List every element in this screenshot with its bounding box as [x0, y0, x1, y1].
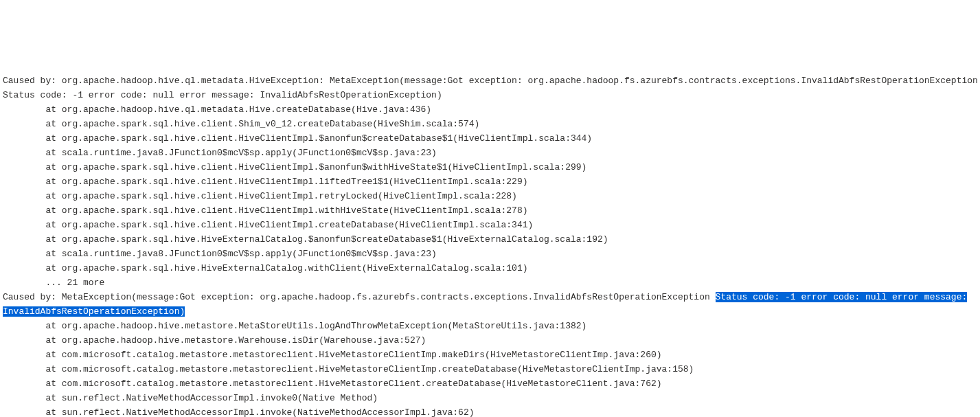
stack-frame: at scala.runtime.java8.JFunction0$mcV$sp… [3, 148, 437, 158]
stack-frame: at org.apache.hadoop.hive.metastore.Ware… [3, 335, 426, 346]
causedby-line-1a: Caused by: org.apache.hadoop.hive.ql.met… [3, 76, 978, 86]
stack-frame: at org.apache.spark.sql.hive.HiveExterna… [3, 234, 608, 245]
stack-frame: at org.apache.spark.sql.hive.client.Hive… [3, 162, 586, 172]
stack-frame: at org.apache.spark.sql.hive.client.Hive… [3, 133, 592, 144]
stack-frame: at org.apache.spark.sql.hive.client.Hive… [3, 177, 528, 187]
stack-frame: at com.microsoft.catalog.metastore.metas… [3, 379, 662, 389]
stack-frame: at org.apache.hadoop.hive.metastore.Meta… [3, 321, 586, 331]
stack-frame-more: ... 21 more [3, 278, 104, 288]
stack-frame: at com.microsoft.catalog.metastore.metas… [3, 364, 694, 374]
causedby-line-2-prefix: Caused by: MetaException(message:Got exc… [3, 292, 716, 302]
stack-frame: at org.apache.hadoop.hive.ql.metadata.Hi… [3, 104, 431, 115]
stack-frame: at scala.runtime.java8.JFunction0$mcV$sp… [3, 249, 437, 259]
stack-frame: at org.apache.spark.sql.hive.client.Hive… [3, 220, 533, 230]
stack-frame: at org.apache.spark.sql.hive.client.Hive… [3, 205, 528, 216]
stack-frame: at sun.reflect.NativeMethodAccessorImpl.… [3, 407, 475, 417]
stack-frame: at org.apache.spark.sql.hive.HiveExterna… [3, 263, 528, 273]
causedby-line-1b: Status code: -1 error code: null error m… [3, 90, 442, 100]
selected-text-line-1[interactable]: Status code: -1 error code: null error m… [716, 292, 968, 302]
stack-frame: at sun.reflect.NativeMethodAccessorImpl.… [3, 393, 378, 403]
stack-frame: at org.apache.spark.sql.hive.client.Shim… [3, 119, 479, 129]
stack-frame: at org.apache.spark.sql.hive.client.Hive… [3, 191, 517, 201]
stack-frame: at com.microsoft.catalog.metastore.metas… [3, 350, 662, 360]
selected-text-line-2[interactable]: InvalidAbfsRestOperationException) [3, 306, 185, 317]
stack-trace-log[interactable]: Caused by: org.apache.hadoop.hive.ql.met… [0, 72, 980, 417]
